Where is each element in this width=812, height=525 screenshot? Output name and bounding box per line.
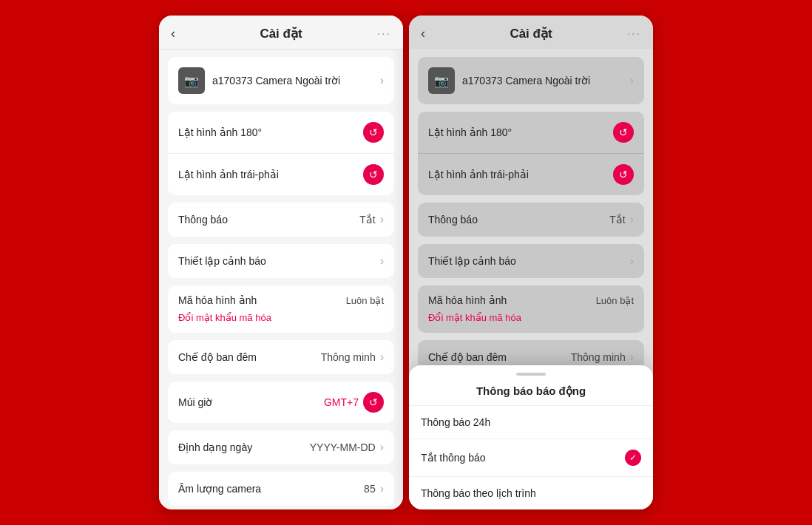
right-screen: ‹ Cài đặt ··· 📷 a170373 Camera Ngoài trờ… bbox=[409, 16, 653, 509]
right-notifications-text: Tắt bbox=[609, 214, 625, 226]
right-notifications-section: Thông báo Tắt › bbox=[418, 203, 644, 237]
left-night-chevron: › bbox=[380, 350, 384, 364]
left-volume-section: Âm lượng camera 85 › bbox=[168, 472, 394, 506]
right-back-button[interactable]: ‹ bbox=[421, 26, 425, 41]
dropdown-overlay: Thông báo báo động Thông báo 24h Tắt thô… bbox=[409, 365, 653, 509]
right-header-title: Cài đặt bbox=[510, 26, 552, 41]
dropdown-handle[interactable] bbox=[516, 373, 546, 376]
left-flip-lr-row[interactable]: Lật hình ảnh trái-phải ↺ bbox=[168, 154, 394, 195]
right-header-dots[interactable]: ··· bbox=[627, 27, 641, 41]
right-alert-chevron: › bbox=[630, 254, 634, 268]
left-volume-text: 85 bbox=[364, 483, 376, 495]
right-flip-180-value: ↺ bbox=[613, 122, 634, 143]
left-night-label: Chế độ ban đêm bbox=[178, 351, 257, 363]
left-notifications-section: Thông báo Tắt › bbox=[168, 203, 394, 237]
left-encryption-value: Luôn bật bbox=[346, 295, 384, 306]
right-alert-section: Thiết lập cảnh báo › bbox=[418, 244, 644, 278]
right-change-password[interactable]: Đổi mật khẩu mã hóa bbox=[428, 312, 521, 323]
left-camera-name: a170373 Camera Ngoài trời bbox=[212, 75, 340, 87]
left-notifications-value: Tắt › bbox=[359, 213, 384, 226]
left-dateformat-chevron: › bbox=[380, 441, 384, 454]
left-flip-180-row[interactable]: Lật hình ảnh 180° ↺ bbox=[168, 112, 394, 154]
dropdown-option-0[interactable]: Thông báo 24h bbox=[409, 406, 653, 439]
left-dateformat-text: YYYY-MM-DD bbox=[310, 441, 376, 453]
left-alert-section: Thiết lập cảnh báo › bbox=[168, 244, 394, 278]
left-night-value: Thông minh › bbox=[321, 350, 384, 364]
left-encryption-row: Mã hóa hình ảnh Luôn bật bbox=[178, 294, 384, 306]
dropdown-option-1-check: ✓ bbox=[625, 450, 641, 466]
left-encryption-section: Mã hóa hình ảnh Luôn bật Đổi mật khẩu mã… bbox=[168, 285, 394, 333]
left-night-section: Chế độ ban đêm Thông minh › bbox=[168, 340, 394, 374]
right-notifications-value: Tắt › bbox=[609, 213, 634, 226]
right-header: ‹ Cài đặt ··· bbox=[409, 16, 653, 50]
right-flip-lr-row[interactable]: Lật hình ảnh trái-phải ↺ bbox=[418, 154, 644, 195]
right-night-text: Thông minh bbox=[571, 351, 626, 363]
right-encryption-value: Luôn bật bbox=[596, 295, 634, 306]
left-timezone-icon: ↺ bbox=[363, 392, 384, 413]
left-camera-icon: 📷 bbox=[178, 67, 205, 94]
left-flip-section: Lật hình ảnh 180° ↺ Lật hình ảnh trái-ph… bbox=[168, 112, 394, 195]
right-camera-item[interactable]: 📷 a170373 Camera Ngoài trời › bbox=[418, 57, 644, 104]
right-night-label: Chế độ ban đêm bbox=[428, 351, 507, 363]
right-encryption-section: Mã hóa hình ảnh Luôn bật Đổi mật khẩu mã… bbox=[418, 285, 644, 333]
left-camera-left: 📷 a170373 Camera Ngoài trời bbox=[178, 67, 340, 94]
dropdown-option-1[interactable]: Tắt thông báo ✓ bbox=[409, 439, 653, 477]
left-volume-chevron: › bbox=[380, 482, 384, 495]
right-flip-180-row[interactable]: Lật hình ảnh 180° ↺ bbox=[418, 112, 644, 154]
right-night-chevron: › bbox=[630, 350, 634, 364]
left-notifications-label: Thông báo bbox=[178, 214, 228, 226]
dropdown-option-0-label: Thông báo 24h bbox=[421, 416, 490, 428]
left-timezone-section: Múi giờ GMT+7 ↺ bbox=[168, 382, 394, 423]
right-notifications-label: Thông báo bbox=[428, 214, 478, 226]
right-flip-section: Lật hình ảnh 180° ↺ Lật hình ảnh trái-ph… bbox=[418, 112, 644, 195]
right-flip-lr-icon: ↺ bbox=[613, 164, 634, 185]
right-notifications-row[interactable]: Thông báo Tắt › bbox=[418, 203, 644, 237]
left-volume-row[interactable]: Âm lượng camera 85 › bbox=[168, 472, 394, 506]
dropdown-option-1-label: Tắt thông báo bbox=[421, 452, 486, 464]
left-change-password[interactable]: Đổi mật khẩu mã hóa bbox=[178, 312, 271, 323]
left-flip-lr-value: ↺ bbox=[363, 164, 384, 185]
left-flip-lr-label: Lật hình ảnh trái-phải bbox=[178, 169, 279, 180]
left-dateformat-value: YYYY-MM-DD › bbox=[310, 441, 384, 454]
left-camera-chevron: › bbox=[380, 74, 384, 87]
right-encryption-row: Mã hóa hình ảnh Luôn bật bbox=[428, 294, 634, 306]
left-header-dots[interactable]: ··· bbox=[377, 27, 391, 41]
left-back-button[interactable]: ‹ bbox=[171, 26, 175, 41]
left-content: 📷 a170373 Camera Ngoài trời › Lật hình ả… bbox=[159, 50, 403, 509]
left-notifications-row[interactable]: Thông báo Tắt › bbox=[168, 203, 394, 237]
left-flip-180-value: ↺ bbox=[363, 122, 384, 143]
left-notifications-chevron: › bbox=[380, 213, 384, 226]
left-night-text: Thông minh bbox=[321, 351, 376, 363]
right-flip-180-icon: ↺ bbox=[613, 122, 634, 143]
left-header-title: Cài đặt bbox=[260, 26, 302, 41]
right-camera-name: a170373 Camera Ngoài trời bbox=[462, 75, 590, 87]
left-screen: ‹ Cài đặt ··· 📷 a170373 Camera Ngoài trờ… bbox=[159, 16, 403, 509]
right-alert-row[interactable]: Thiết lập cảnh báo › bbox=[418, 244, 644, 278]
left-timezone-label: Múi giờ bbox=[178, 396, 212, 408]
left-header: ‹ Cài đặt ··· bbox=[159, 16, 403, 50]
right-camera-chevron: › bbox=[630, 74, 634, 87]
right-flip-lr-label: Lật hình ảnh trái-phải bbox=[428, 169, 529, 180]
left-night-row[interactable]: Chế độ ban đêm Thông minh › bbox=[168, 340, 394, 374]
left-flip-180-icon: ↺ bbox=[363, 122, 384, 143]
left-volume-value: 85 › bbox=[364, 482, 384, 495]
right-notifications-chevron: › bbox=[630, 213, 634, 226]
left-timezone-row[interactable]: Múi giờ GMT+7 ↺ bbox=[168, 382, 394, 423]
right-flip-lr-value: ↺ bbox=[613, 164, 634, 185]
left-notifications-text: Tắt bbox=[359, 214, 375, 226]
dropdown-option-2-label: Thông báo theo lịch trình bbox=[421, 487, 536, 499]
left-alert-row[interactable]: Thiết lập cảnh báo › bbox=[168, 244, 394, 278]
left-dateformat-row[interactable]: Định dạng ngày YYYY-MM-DD › bbox=[168, 430, 394, 464]
dropdown-option-2[interactable]: Thông báo theo lịch trình bbox=[409, 477, 653, 509]
left-alert-label: Thiết lập cảnh báo bbox=[178, 255, 266, 267]
left-flip-180-label: Lật hình ảnh 180° bbox=[178, 126, 262, 138]
right-camera-left: 📷 a170373 Camera Ngoài trời bbox=[428, 67, 590, 94]
right-night-value: Thông minh › bbox=[571, 350, 634, 364]
left-camera-item[interactable]: 📷 a170373 Camera Ngoài trời › bbox=[168, 57, 394, 104]
left-dateformat-label: Định dạng ngày bbox=[178, 441, 252, 453]
left-timezone-text: GMT+7 bbox=[324, 396, 359, 408]
left-dateformat-section: Định dạng ngày YYYY-MM-DD › bbox=[168, 430, 394, 464]
right-flip-180-label: Lật hình ảnh 180° bbox=[428, 126, 512, 138]
right-camera-icon: 📷 bbox=[428, 67, 455, 94]
left-flip-lr-icon: ↺ bbox=[363, 164, 384, 185]
